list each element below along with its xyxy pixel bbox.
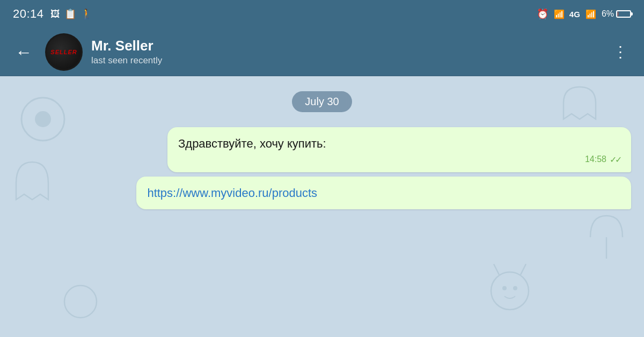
message-link[interactable]: https://www.myvideo.ru/products bbox=[147, 186, 317, 200]
message-text-1: Здравствуйте, хочу купить: bbox=[178, 136, 620, 152]
image-notification-icon: 🖼 bbox=[50, 9, 60, 20]
network-type: 4G bbox=[569, 10, 580, 19]
battery-percent: 6% bbox=[602, 9, 614, 19]
battery-indicator: 6% bbox=[602, 9, 631, 19]
status-bar: 20:14 🖼 📋 🚶 ⏰ 📶 4G 📶 6% bbox=[0, 0, 644, 28]
avatar[interactable]: SELLER bbox=[45, 33, 83, 71]
message-bubble-2: https://www.myvideo.ru/products bbox=[136, 177, 631, 209]
chat-area: July 30 Здравствуйте, хочу купить: 14:58… bbox=[0, 76, 644, 337]
avatar-inner: SELLER bbox=[47, 35, 81, 69]
date-badge-container: July 30 bbox=[0, 76, 644, 112]
svg-point-7 bbox=[502, 286, 507, 290]
status-time: 20:14 bbox=[13, 7, 44, 21]
message-bubble-1: Здравствуйте, хочу купить: 14:58 ✓✓ bbox=[167, 127, 631, 172]
signal-icon-2: 📶 bbox=[586, 9, 596, 19]
person-notification-icon: 🚶 bbox=[80, 8, 92, 20]
status-right: ⏰ 📶 4G 📶 6% bbox=[537, 8, 631, 20]
date-badge: July 30 bbox=[292, 91, 352, 112]
contact-status: last seen recently bbox=[91, 55, 600, 66]
status-left: 20:14 🖼 📋 🚶 bbox=[13, 7, 92, 21]
svg-point-3 bbox=[64, 285, 97, 318]
contact-name: Mr. Seller bbox=[91, 38, 600, 54]
calendar-notification-icon: 📋 bbox=[64, 8, 76, 20]
chat-header: ← SELLER Mr. Seller last seen recently ⋮ bbox=[0, 28, 644, 76]
svg-line-5 bbox=[494, 264, 499, 275]
status-icons: 🖼 📋 🚶 bbox=[50, 8, 92, 20]
svg-point-8 bbox=[513, 286, 517, 290]
back-button[interactable]: ← bbox=[11, 41, 36, 63]
contact-info: Mr. Seller last seen recently bbox=[91, 38, 600, 66]
battery-fill bbox=[618, 12, 618, 16]
message-text-2: https://www.myvideo.ru/products bbox=[147, 185, 620, 202]
avatar-text: SELLER bbox=[50, 49, 77, 55]
messages-container: Здравствуйте, хочу купить: 14:58 ✓✓ http… bbox=[0, 112, 644, 218]
message-meta-1: 14:58 ✓✓ bbox=[178, 155, 620, 165]
message-check-1: ✓✓ bbox=[610, 155, 620, 165]
more-button[interactable]: ⋮ bbox=[609, 46, 633, 58]
alarm-icon: ⏰ bbox=[537, 8, 548, 20]
signal-icon-1: 📶 bbox=[554, 9, 564, 19]
message-time-1: 14:58 bbox=[585, 155, 606, 164]
svg-line-6 bbox=[521, 264, 526, 275]
battery-bar bbox=[616, 10, 631, 18]
svg-point-4 bbox=[491, 272, 529, 310]
